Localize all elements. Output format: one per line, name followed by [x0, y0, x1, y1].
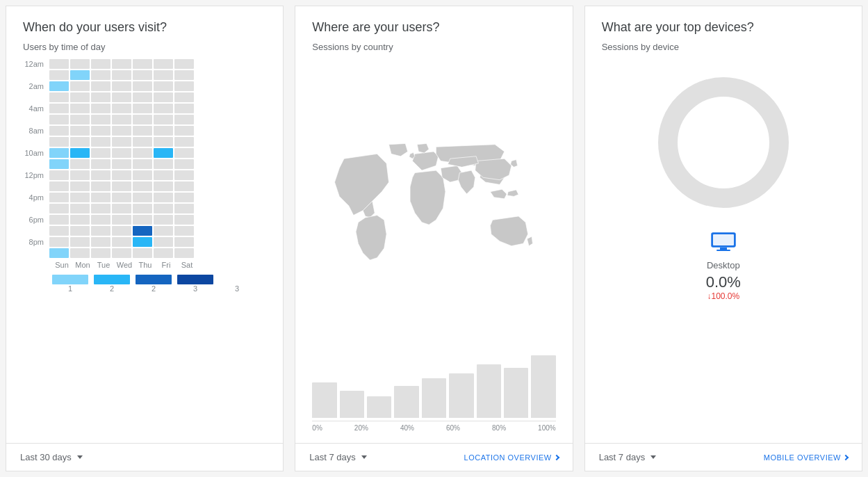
map-container: 0%20%40%60%80%100% — [295, 59, 572, 443]
panel1-footer: Last 30 days — [6, 443, 283, 471]
heatmap-grid: 12am2am4am8am10am12pm4pm6pm8pm — [23, 59, 266, 258]
panel2-period-label: Last 7 days — [309, 452, 356, 462]
bar-col — [531, 355, 555, 418]
panel2-chevron-icon — [553, 454, 559, 460]
bar-fill — [449, 373, 473, 418]
heatmap-row — [23, 181, 266, 191]
heatmap-cell — [91, 170, 110, 180]
heatmap-row — [23, 92, 266, 102]
day-label: Wed — [115, 261, 134, 269]
heatmap-cell — [133, 92, 152, 102]
heatmap-cell — [70, 137, 90, 147]
heatmap-row — [23, 204, 266, 213]
bar-fill — [367, 396, 391, 418]
heatmap-cell — [133, 181, 152, 191]
heatmap-cell — [49, 170, 69, 180]
heatmap-cell — [91, 104, 110, 113]
heatmap-cell — [49, 215, 69, 225]
heatmap-cell — [174, 170, 194, 180]
heatmap-cell — [174, 104, 194, 113]
heatmap-cell — [174, 59, 194, 69]
panel-time-of-day: When do your users visit? Users by time … — [6, 6, 284, 471]
panel3-dropdown-icon — [650, 455, 656, 459]
heatmap-cell — [133, 81, 152, 91]
panel1-title: When do your users visit? — [6, 6, 283, 42]
panel3-link[interactable]: MOBILE OVERVIEW — [764, 453, 848, 462]
bar-fill — [312, 382, 336, 418]
heatmap-cell — [112, 70, 131, 80]
heatmap-cell — [70, 59, 90, 69]
heatmap-cell — [154, 104, 173, 113]
panel2-title: Where are your users? — [295, 6, 572, 42]
heatmap-cell — [49, 159, 69, 169]
heatmap-cell — [133, 237, 152, 247]
heatmap-cell — [154, 59, 173, 69]
heatmap-cell — [154, 193, 173, 202]
panel2-link[interactable]: LOCATION OVERVIEW — [464, 453, 559, 462]
bar-col — [367, 396, 391, 418]
heatmap-cell — [91, 159, 110, 169]
svg-rect-5 — [716, 250, 730, 251]
heatmap-cell — [70, 104, 90, 113]
heatmap-cell — [112, 170, 131, 180]
donut-chart-svg — [654, 73, 793, 212]
heatmap-row — [23, 115, 266, 124]
heatmap-cell — [112, 237, 131, 247]
heatmap-cell — [154, 204, 173, 213]
heatmap-cell — [154, 237, 173, 247]
heatmap-cell — [112, 226, 131, 236]
heatmap-cell — [154, 215, 173, 225]
heatmap-cell — [174, 115, 194, 124]
heatmap-cell — [49, 115, 69, 124]
time-label: 4pm — [23, 193, 48, 202]
heatmap-cell — [91, 70, 110, 80]
panel2-dropdown-icon — [361, 455, 367, 459]
panel2-period[interactable]: Last 7 days — [309, 452, 367, 462]
legend-bar-2 — [94, 275, 130, 284]
legend-bar-3 — [136, 275, 172, 284]
heatmap-cell — [49, 137, 69, 147]
heatmap-cell — [49, 237, 69, 247]
heatmap-cell — [112, 81, 131, 91]
panel3-footer: Last 7 days MOBILE OVERVIEW — [585, 443, 862, 471]
panel-location: Where are your users? Sessions by countr… — [295, 6, 573, 471]
legend-num-2: 2 — [94, 284, 130, 293]
heatmap-cell — [174, 193, 194, 202]
bar-col — [477, 364, 501, 418]
heatmap-cell — [70, 204, 90, 213]
day-label: Fri — [156, 261, 176, 269]
heatmap-row: 2am — [23, 81, 266, 91]
day-labels: SunMonTueWedThuFriSat — [23, 258, 266, 272]
heatmap-cell — [133, 215, 152, 225]
bar-fill — [340, 391, 364, 418]
heatmap-cell — [133, 193, 152, 202]
heatmap-cell — [91, 59, 110, 69]
bar-chart: 0%20%40%60%80%100% — [312, 352, 555, 437]
heatmap-cell — [49, 81, 69, 91]
panel1-period[interactable]: Last 30 days — [20, 452, 83, 462]
time-label: 8pm — [23, 238, 48, 246]
heatmap-cell — [70, 81, 90, 91]
heatmap-cell — [133, 170, 152, 180]
legend-num-4: 3 — [177, 284, 213, 293]
panel3-period-label: Last 7 days — [599, 452, 646, 462]
heatmap-cell — [49, 181, 69, 191]
heatmap-cell — [91, 81, 110, 91]
axis-label: 20% — [354, 424, 368, 432]
heatmap-cell — [112, 193, 131, 202]
heatmap-cell — [49, 104, 69, 113]
heatmap-cell — [174, 137, 194, 147]
panel2-link-label: LOCATION OVERVIEW — [464, 453, 552, 462]
heatmap-cell — [49, 204, 69, 213]
heatmap-cell — [112, 159, 131, 169]
axis-label: 60% — [446, 424, 460, 432]
heatmap-cell — [112, 181, 131, 191]
panel3-period[interactable]: Last 7 days — [599, 452, 657, 462]
axis-label: 80% — [492, 424, 506, 432]
heatmap-cell — [133, 115, 152, 124]
heatmap-cell — [133, 59, 152, 69]
day-label: Sun — [52, 261, 72, 269]
heatmap-cell — [70, 70, 90, 80]
time-label: 2am — [23, 82, 48, 90]
heatmap-cell — [70, 215, 90, 225]
